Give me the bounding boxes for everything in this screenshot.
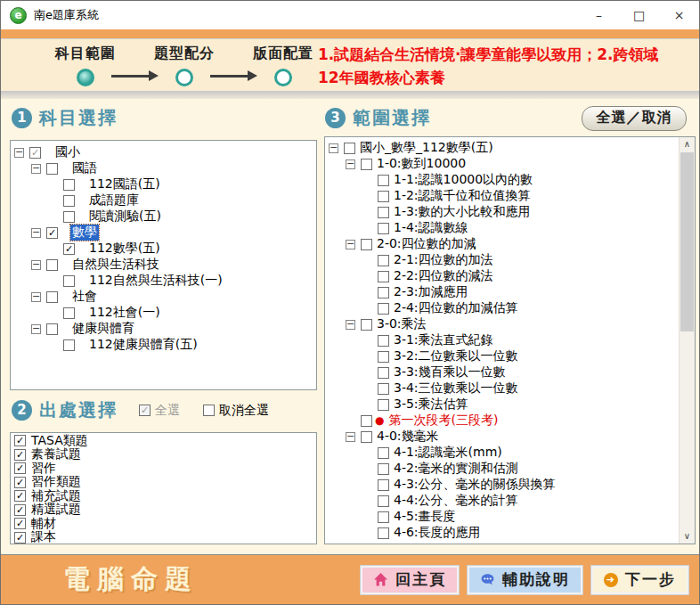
list-item[interactable]: ✓素養試題 (11, 448, 316, 462)
tree-node-label[interactable]: 3-3:幾百乘以一位數 (392, 364, 508, 380)
checkbox[interactable] (63, 195, 75, 207)
checkbox[interactable] (378, 383, 389, 395)
maximize-button[interactable]: □ (619, 1, 659, 29)
checkbox[interactable] (63, 275, 75, 287)
tree-node[interactable]: 2-2:四位數的減法 (325, 268, 679, 284)
collapse-expander-icon[interactable]: − (31, 260, 41, 270)
tree-node[interactable]: 3-4:三位數乘以一位數 (325, 380, 679, 397)
scroll-up-icon[interactable]: ∧ (680, 137, 695, 151)
checkbox[interactable] (378, 495, 389, 507)
checkbox[interactable] (378, 303, 389, 315)
tree-node[interactable]: 4-3:公分、毫米的關係與換算 (325, 477, 679, 493)
tree-node[interactable]: 4-6:長度的應用 (325, 525, 679, 541)
collapse-expander-icon[interactable]: − (329, 143, 338, 153)
tree-node-label[interactable]: 3-0:乘法 (375, 316, 428, 332)
tree-node-label[interactable]: 健康與體育 (70, 321, 136, 337)
tree-node-label[interactable]: 112數學(五) (87, 241, 162, 257)
tree-node[interactable]: 3-5:乘法估算 (325, 397, 679, 413)
tree-node-label[interactable]: 3-1:乘法直式紀錄 (392, 332, 495, 348)
tree-node[interactable]: ●第一次段考(三段考) (325, 413, 679, 429)
checkbox[interactable] (63, 339, 75, 351)
checkbox[interactable] (378, 175, 389, 186)
step-subject-range[interactable]: 科目範圍 (47, 45, 124, 88)
tree-node-label[interactable]: 1-3:數的大小比較和應用 (392, 204, 533, 220)
step-page-layout[interactable]: 版面配置 (245, 45, 322, 88)
checkbox[interactable]: ✓ (14, 449, 26, 461)
checkbox[interactable] (361, 159, 372, 170)
tree-node-label[interactable]: 3-4:三位數乘以一位數 (392, 380, 520, 397)
checkbox[interactable] (378, 367, 389, 379)
step-question-allocation[interactable]: 題型配分 (146, 45, 223, 88)
tree-node-label[interactable]: 國小_數學_112數學(五) (358, 140, 495, 156)
tree-node[interactable]: 閱讀測驗(五) (11, 208, 316, 225)
tree-node-label[interactable]: 4-1:認識毫米(mm) (392, 445, 504, 461)
checkbox[interactable] (361, 415, 372, 427)
list-item[interactable]: ✓習作 (11, 462, 316, 476)
tree-node[interactable]: −✓國小 (11, 144, 316, 160)
list-item[interactable]: ✓習作類題 (11, 476, 316, 490)
close-button[interactable]: × (659, 1, 699, 29)
scroll-down-icon[interactable]: ∨ (680, 529, 695, 544)
checkbox[interactable] (378, 479, 389, 491)
tree-node[interactable]: 2-3:加減應用 (325, 284, 679, 300)
collapse-expander-icon[interactable]: − (31, 324, 41, 334)
collapse-expander-icon[interactable]: − (31, 164, 41, 174)
tree-node[interactable]: −國語 (11, 160, 316, 176)
tree-node[interactable]: 1-3:數的大小比較和應用 (325, 204, 679, 220)
tree-node-label[interactable]: 3-2:二位數乘以一位數 (392, 348, 520, 364)
tree-node-label[interactable]: 4-5:畫長度 (392, 509, 458, 525)
checkbox[interactable] (378, 335, 389, 347)
checkbox[interactable] (378, 399, 389, 411)
collapse-expander-icon[interactable]: − (31, 292, 41, 302)
tree-node[interactable]: ✓112數學(五) (11, 241, 316, 257)
checkbox[interactable] (378, 511, 389, 523)
tree-node[interactable]: −4-0:幾毫米 (325, 429, 679, 445)
tree-node-label[interactable]: 數學 (70, 225, 99, 241)
collapse-expander-icon[interactable]: − (346, 432, 355, 442)
checkbox[interactable]: ✓ (29, 147, 41, 159)
checkbox[interactable] (361, 319, 372, 331)
tree-node[interactable]: 成語題庫 (11, 192, 316, 208)
checkbox[interactable] (361, 239, 372, 250)
tree-node[interactable]: 2-4:四位數的加減估算 (325, 300, 679, 316)
scrollbar[interactable]: ∧ ∨ (679, 137, 695, 544)
tree-node-label[interactable]: 成語題庫 (87, 192, 141, 208)
checkbox[interactable] (63, 211, 75, 223)
tree-node[interactable]: −3-0:乘法 (325, 316, 679, 332)
tree-node-label[interactable]: 2-2:四位數的減法 (392, 268, 495, 284)
checkbox[interactable] (361, 431, 372, 443)
list-item[interactable]: ✓課本 (11, 531, 316, 545)
tree-node-label[interactable]: 自然與生活科技 (70, 257, 161, 273)
tree-node[interactable]: 4-4:公分、毫米的計算 (325, 493, 679, 509)
checkbox[interactable] (378, 463, 389, 475)
checkbox[interactable]: ✓ (14, 435, 26, 446)
tree-node-label[interactable]: 1-2:認識千位和位值換算 (392, 188, 533, 204)
tree-node[interactable]: 112健康與體育(五) (11, 337, 316, 353)
tree-node-label[interactable]: 4-6:長度的應用 (392, 525, 483, 541)
checkbox[interactable]: ✓ (14, 518, 26, 529)
checkbox[interactable]: ✓ (14, 532, 26, 544)
checkbox[interactable] (344, 143, 355, 154)
checkbox[interactable] (378, 287, 389, 298)
tree-node[interactable]: 112自然與生活科技(一) (11, 273, 316, 289)
checkbox[interactable]: ✓ (14, 462, 26, 474)
collapse-expander-icon[interactable]: − (346, 240, 355, 249)
collapse-expander-icon[interactable]: − (346, 320, 355, 330)
tree-node-label[interactable]: 第一次段考(三段考) (387, 413, 500, 429)
collapse-expander-icon[interactable]: − (31, 228, 41, 238)
tree-node[interactable]: 1-1:認識10000以內的數 (325, 172, 679, 188)
tree-node[interactable]: −社會 (11, 289, 316, 305)
tree-node[interactable]: 112社會(一) (11, 305, 316, 321)
tree-node-label[interactable]: 112自然與生活科技(一) (87, 273, 224, 289)
checkbox[interactable]: ✓ (63, 243, 75, 255)
tree-node-label[interactable]: 4-0:幾毫米 (375, 429, 441, 445)
tree-node[interactable]: −自然與生活科技 (11, 257, 316, 273)
tree-node-label[interactable]: 4-2:毫米的實測和估測 (392, 461, 520, 477)
checkbox[interactable] (378, 207, 389, 218)
tree-node-label[interactable]: 112社會(一) (87, 305, 162, 321)
home-button[interactable]: 回主頁 (361, 566, 459, 594)
checkbox[interactable]: ✓ (14, 504, 26, 516)
tree-node-label[interactable]: 3-5:乘法估算 (392, 397, 470, 413)
list-item[interactable]: ✓精選試題 (11, 503, 316, 518)
checkbox[interactable] (63, 179, 75, 191)
